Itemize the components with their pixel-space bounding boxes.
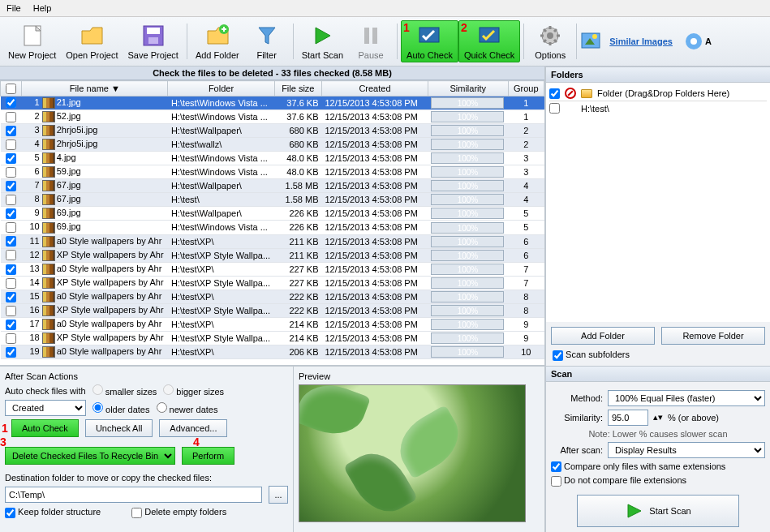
table-row[interactable]: 3 2hrjo5i.jpgH:\test\Wallpaper\680 KB12/… bbox=[1, 123, 544, 137]
folder-item-check[interactable] bbox=[549, 103, 560, 114]
keep-structure-check[interactable]: Keep folder structure bbox=[5, 507, 101, 518]
thumb-icon bbox=[42, 277, 55, 289]
table-row[interactable]: 10 69.jpgH:\test\Windows Vista ...226 KB… bbox=[1, 221, 544, 234]
after-scan-select[interactable]: Display Results bbox=[608, 442, 765, 458]
pause-label: Pause bbox=[358, 50, 383, 60]
table-row[interactable]: 18 XP Style wallpapers by AhrH:\test\XP … bbox=[1, 332, 544, 345]
table-row[interactable]: 13 a0 Style wallpapers by AhrH:\test\XP\… bbox=[1, 262, 544, 276]
similar-images-link[interactable]: Similar Images bbox=[609, 36, 673, 46]
table-row[interactable]: 14 XP Style wallpapers by AhrH:\test\XP … bbox=[1, 276, 544, 290]
table-row[interactable]: 1 21.jpgH:\test\Windows Vista ...37.6 KB… bbox=[1, 96, 544, 109]
dest-folder-input[interactable] bbox=[5, 487, 262, 503]
new-project-button[interactable]: New Project bbox=[3, 21, 61, 62]
delete-action-select[interactable]: Delete Checked Files To Recycle Bin bbox=[5, 447, 175, 465]
table-row[interactable]: 7 67.jpgH:\test\Wallpaper\1.58 MB12/15/2… bbox=[1, 179, 544, 193]
remove-folder-button[interactable]: Remove Folder bbox=[661, 327, 765, 345]
table-row[interactable]: 11 a0 Style wallpapers by AhrH:\test\XP\… bbox=[1, 234, 544, 248]
similarity-input[interactable] bbox=[608, 410, 648, 426]
row-check[interactable] bbox=[6, 181, 16, 191]
table-row[interactable]: 9 69.jpgH:\test\Wallpaper\226 KB12/15/20… bbox=[1, 207, 544, 221]
menu-file[interactable]: File bbox=[6, 3, 21, 13]
col-folder[interactable]: Folder bbox=[168, 81, 274, 97]
row-check[interactable] bbox=[6, 153, 16, 164]
advanced-button[interactable]: Advanced... bbox=[159, 419, 227, 437]
options-label: Options bbox=[535, 50, 566, 60]
add-folder-side-button[interactable]: Add Folder bbox=[551, 327, 655, 345]
col-check[interactable] bbox=[1, 81, 22, 97]
table-row[interactable]: 16 XP Style wallpapers by AhrH:\test\XP … bbox=[1, 304, 544, 318]
table-row[interactable]: 8 67.jpgH:\test\1.58 MB12/15/2013 4:53:0… bbox=[1, 193, 544, 207]
options-button[interactable]: Options bbox=[527, 21, 573, 62]
method-select[interactable]: 100% Equal Files (faster) bbox=[608, 390, 765, 406]
table-row[interactable]: 17 a0 Style wallpapers by AhrH:\test\XP\… bbox=[1, 318, 544, 332]
col-sim[interactable]: Similarity bbox=[428, 81, 508, 97]
similarity-label: Similarity: bbox=[551, 413, 603, 423]
add-folder-button[interactable]: Add Folder bbox=[191, 21, 244, 62]
newer-dates-radio[interactable]: newer dates bbox=[157, 402, 218, 414]
no-compare-ext-check[interactable]: Do not compare file extensions bbox=[551, 475, 686, 487]
smaller-sizes-radio[interactable]: smaller sizes bbox=[92, 384, 157, 397]
open-project-button[interactable]: Open Project bbox=[61, 21, 123, 62]
row-check[interactable] bbox=[6, 208, 16, 219]
audio-icon bbox=[682, 30, 705, 53]
row-check[interactable] bbox=[6, 278, 16, 289]
table-row[interactable]: 12 XP Style wallpapers by AhrH:\test\XP … bbox=[1, 248, 544, 262]
thumb-icon bbox=[42, 194, 55, 205]
quick-check-button[interactable]: 2 Quick Check bbox=[458, 20, 520, 62]
scan-note: Note: Lower % causes slower scan bbox=[551, 429, 765, 439]
scan-panel-title: Scan bbox=[546, 366, 770, 382]
folders-hint: Folder (Drag&Drop Folders Here) bbox=[597, 88, 729, 98]
scan-subfolders-check[interactable]: Scan subfolders bbox=[553, 350, 630, 359]
created-select[interactable]: Created bbox=[5, 400, 86, 416]
row-check[interactable] bbox=[6, 347, 16, 358]
table-row[interactable]: 2 52.jpgH:\test\Windows Vista ...37.6 KB… bbox=[1, 109, 544, 123]
row-check[interactable] bbox=[6, 167, 16, 178]
row-check[interactable] bbox=[6, 320, 16, 330]
perform-button[interactable]: Perform bbox=[182, 447, 234, 465]
results-grid[interactable]: File name ▼ Folder File size Created Sim… bbox=[0, 80, 544, 365]
thumb-icon bbox=[42, 97, 55, 109]
row-check[interactable] bbox=[6, 236, 16, 247]
row-check[interactable] bbox=[6, 112, 16, 122]
browse-button[interactable]: ... bbox=[269, 486, 288, 504]
thumb-icon bbox=[42, 346, 55, 358]
start-scan-big-button[interactable]: Start Scan bbox=[577, 495, 739, 527]
delete-empty-check[interactable]: Delete empty folders bbox=[131, 507, 226, 518]
table-row[interactable]: 19 a0 Style wallpapers by AhrH:\test\XP\… bbox=[1, 345, 544, 359]
auto-check-label: Auto Check bbox=[407, 50, 453, 60]
row-check[interactable] bbox=[6, 264, 16, 275]
table-row[interactable]: 5 4.jpgH:\test\Windows Vista ...48.0 KB1… bbox=[1, 151, 544, 165]
compare-ext-check[interactable]: Compare only files with same extensions bbox=[551, 461, 725, 473]
pause-button[interactable]: Pause bbox=[348, 21, 394, 62]
row-check[interactable] bbox=[6, 126, 16, 136]
start-scan-button[interactable]: Start Scan bbox=[297, 21, 348, 62]
older-dates-radio[interactable]: older dates bbox=[92, 402, 150, 414]
row-check[interactable] bbox=[6, 250, 16, 260]
uncheck-all-button[interactable]: Uncheck All bbox=[85, 419, 153, 437]
table-row[interactable]: 15 a0 Style wallpapers by AhrH:\test\XP\… bbox=[1, 290, 544, 303]
thumb-icon bbox=[42, 332, 55, 344]
row-check[interactable] bbox=[6, 292, 16, 302]
row-check[interactable] bbox=[6, 222, 16, 233]
menu-help[interactable]: Help bbox=[33, 3, 52, 13]
row-check[interactable] bbox=[6, 139, 16, 150]
folder-item[interactable]: H:\test\ bbox=[549, 103, 767, 114]
folders-list[interactable]: Folder (Drag&Drop Folders Here) H:\test\ bbox=[546, 83, 770, 322]
filter-button[interactable]: Filter bbox=[244, 21, 290, 62]
col-group[interactable]: Group bbox=[508, 81, 544, 97]
row-check[interactable] bbox=[6, 97, 16, 108]
save-project-button[interactable]: Save Project bbox=[123, 21, 183, 62]
truncated-link[interactable]: A bbox=[705, 36, 712, 46]
auto-check-action-button[interactable]: Auto Check bbox=[11, 419, 79, 437]
folders-header-check[interactable] bbox=[549, 88, 560, 99]
col-name[interactable]: File name ▼ bbox=[22, 81, 168, 97]
row-check[interactable] bbox=[6, 195, 16, 205]
row-check[interactable] bbox=[6, 306, 16, 316]
row-check[interactable] bbox=[6, 333, 16, 344]
col-created[interactable]: Created bbox=[322, 81, 428, 97]
auto-check-button[interactable]: 1 Auto Check bbox=[401, 20, 458, 62]
bigger-sizes-radio[interactable]: bigger sizes bbox=[163, 384, 224, 397]
table-row[interactable]: 4 2hrjo5i.jpgH:\test\wallz\680 KB12/15/2… bbox=[1, 137, 544, 151]
table-row[interactable]: 6 59.jpgH:\test\Windows Vista ...48.0 KB… bbox=[1, 165, 544, 179]
col-size[interactable]: File size bbox=[274, 81, 321, 97]
